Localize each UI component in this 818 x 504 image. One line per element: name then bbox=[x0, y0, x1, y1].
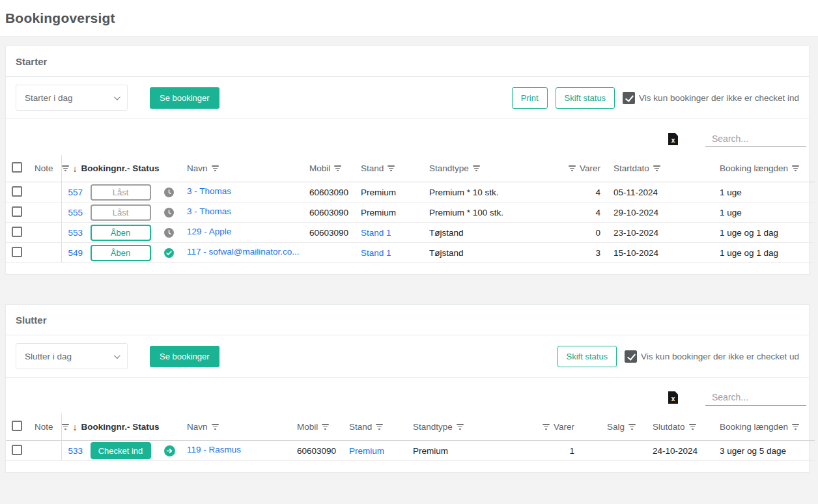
table-row: 553Åben129 - Apple60603090Stand 1Tøjstan… bbox=[6, 223, 815, 243]
starter-period-select[interactable]: Starter i dag bbox=[16, 85, 128, 111]
col-header-navn[interactable]: Navn bbox=[187, 413, 297, 441]
filter-icon[interactable] bbox=[543, 424, 550, 430]
col-header-navn[interactable]: Navn bbox=[187, 155, 309, 182]
col-header-stand[interactable]: Stand bbox=[349, 413, 413, 441]
col-label: Note bbox=[35, 163, 53, 173]
booking-number-link[interactable]: 549 bbox=[68, 248, 85, 258]
starter-search-input[interactable] bbox=[705, 131, 806, 147]
table-row: 557Låst3 - Thomas60603090PremiumPremium … bbox=[6, 182, 815, 203]
col-label: Mobil bbox=[309, 163, 330, 173]
col-label: Varer bbox=[554, 422, 574, 432]
filter-icon[interactable] bbox=[212, 165, 219, 171]
col-header-booking[interactable]: ↓Bookingnr.- Status bbox=[61, 413, 187, 441]
col-label: Note bbox=[35, 422, 53, 432]
booking-length-value: 1 uge bbox=[718, 188, 742, 197]
row-checkbox[interactable] bbox=[12, 186, 22, 197]
customer-link[interactable]: 117 - sofwal@mailinator.co... bbox=[187, 247, 300, 257]
stand-link[interactable]: Premium bbox=[349, 446, 384, 456]
slutter-export-row: x bbox=[6, 378, 809, 413]
filter-icon[interactable] bbox=[792, 424, 799, 430]
select-all-checkbox[interactable] bbox=[12, 162, 22, 173]
col-label: Stand bbox=[349, 422, 372, 432]
stand-value: Premium bbox=[361, 188, 396, 197]
customer-link[interactable]: 129 - Apple bbox=[187, 227, 231, 236]
filter-icon[interactable] bbox=[322, 424, 329, 430]
col-label: Standtype bbox=[413, 422, 453, 432]
row-checkbox[interactable] bbox=[12, 227, 22, 237]
status-button[interactable]: Låst bbox=[91, 204, 151, 221]
col-header-date[interactable]: Slutdato bbox=[640, 413, 718, 441]
filter-icon[interactable] bbox=[62, 165, 69, 171]
filter-icon[interactable] bbox=[653, 165, 660, 171]
row-checkbox[interactable] bbox=[12, 206, 22, 217]
mobile-value: 60603090 bbox=[309, 228, 348, 238]
booking-length-value: 3 uger og 5 dage bbox=[718, 446, 786, 456]
stand-link[interactable]: Stand 1 bbox=[361, 248, 391, 258]
varer-value: 0 bbox=[595, 228, 600, 238]
col-header-varer[interactable]: Varer bbox=[563, 155, 600, 182]
col-header-mobil[interactable]: Mobil bbox=[309, 155, 361, 182]
excel-export-icon[interactable]: x bbox=[668, 391, 678, 404]
booking-number-link[interactable]: 555 bbox=[68, 208, 85, 217]
slutter-toolbar: Slutter i dag Se bookinger Skift status … bbox=[6, 335, 809, 378]
status-button[interactable]: Låst bbox=[91, 184, 151, 201]
starter-table: Note↓Bookingnr.- StatusNavnMobilStandSta… bbox=[6, 155, 815, 263]
filter-icon[interactable] bbox=[628, 424, 636, 430]
slutter-search-input[interactable] bbox=[705, 389, 806, 406]
col-header-booking[interactable]: ↓Bookingnr.- Status bbox=[61, 155, 187, 182]
col-header-standtype[interactable]: Standtype bbox=[413, 413, 537, 441]
filter-icon[interactable] bbox=[689, 424, 696, 430]
slutter-period-select[interactable]: Slutter i dag bbox=[16, 343, 128, 369]
filter-icon[interactable] bbox=[792, 165, 799, 171]
customer-link[interactable]: 3 - Thomas bbox=[187, 186, 231, 196]
page-title: Bookingoversigt bbox=[5, 10, 115, 26]
status-button[interactable]: Åben bbox=[91, 225, 151, 241]
col-header-varer[interactable]: Varer bbox=[537, 413, 574, 441]
booking-number-link[interactable]: 553 bbox=[68, 228, 85, 238]
col-header-stand[interactable]: Stand bbox=[361, 155, 429, 182]
print-button[interactable]: Print bbox=[512, 87, 548, 109]
starter-panel-title: Starter bbox=[6, 46, 809, 77]
standtype-value: Premium bbox=[413, 446, 448, 456]
booking-number-link[interactable]: 533 bbox=[68, 446, 85, 456]
row-checkbox[interactable] bbox=[12, 445, 22, 455]
slutter-see-bookings-button[interactable]: Se bookinger bbox=[150, 346, 219, 367]
filter-icon[interactable] bbox=[473, 165, 480, 171]
col-label: Startdato bbox=[614, 163, 649, 173]
clock-icon bbox=[164, 208, 174, 217]
starter-not-checked-in-checkbox[interactable] bbox=[623, 92, 635, 104]
date-value: 23-10-2024 bbox=[600, 228, 658, 238]
starter-see-bookings-button[interactable]: Se bookinger bbox=[150, 87, 219, 109]
excel-export-icon[interactable]: x bbox=[668, 133, 678, 145]
status-button[interactable]: Åben bbox=[91, 245, 151, 261]
col-label: Slutdato bbox=[653, 422, 685, 432]
stand-link[interactable]: Stand 1 bbox=[361, 228, 391, 238]
row-checkbox[interactable] bbox=[12, 247, 22, 257]
filter-icon[interactable] bbox=[569, 165, 576, 171]
filter-icon[interactable] bbox=[212, 424, 219, 430]
filter-icon[interactable] bbox=[334, 165, 341, 171]
col-header-date[interactable]: Startdato bbox=[600, 155, 718, 182]
varer-value: 4 bbox=[595, 208, 600, 217]
booking-number-link[interactable]: 557 bbox=[68, 188, 85, 197]
filter-icon[interactable] bbox=[62, 424, 69, 430]
col-header-salg[interactable]: Salg bbox=[574, 413, 640, 441]
col-header-length[interactable]: Booking længden bbox=[718, 155, 815, 182]
col-header-standtype[interactable]: Standtype bbox=[429, 155, 563, 182]
customer-link[interactable]: 119 - Rasmus bbox=[187, 445, 241, 455]
col-header-mobil[interactable]: Mobil bbox=[297, 413, 349, 441]
starter-change-status-button[interactable]: Skift status bbox=[556, 87, 615, 109]
filter-icon[interactable] bbox=[457, 424, 464, 430]
filter-icon[interactable] bbox=[376, 424, 383, 430]
slutter-panel-title: Slutter bbox=[6, 305, 809, 335]
select-all-checkbox[interactable] bbox=[12, 421, 22, 431]
filter-icon[interactable] bbox=[388, 165, 395, 171]
slutter-change-status-button[interactable]: Skift status bbox=[557, 346, 617, 367]
status-button[interactable]: Checket ind bbox=[91, 442, 151, 459]
col-label: Bookingnr.- Status bbox=[81, 163, 160, 173]
col-header-note: Note bbox=[35, 155, 61, 182]
customer-link[interactable]: 3 - Thomas bbox=[187, 206, 231, 216]
slutter-not-checked-out-checkbox[interactable] bbox=[625, 350, 637, 363]
standtype-value: Premium * 10 stk. bbox=[429, 188, 499, 197]
col-header-length[interactable]: Booking længden bbox=[718, 413, 815, 441]
